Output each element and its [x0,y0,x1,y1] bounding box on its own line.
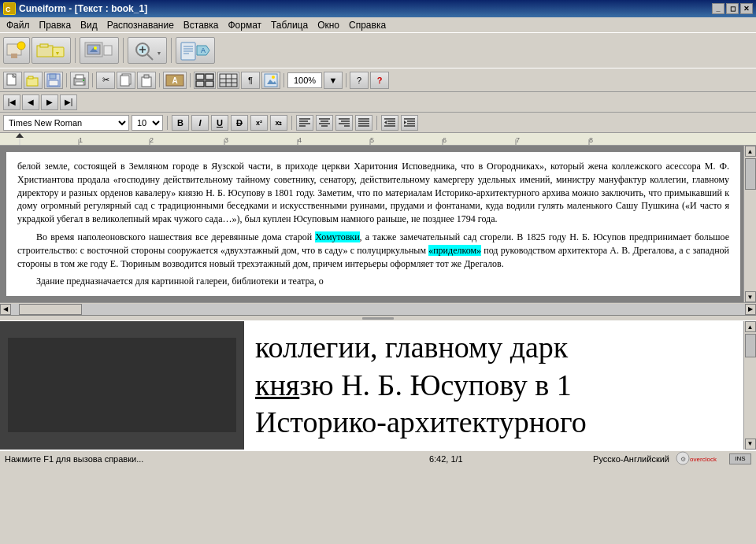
first-page-button[interactable]: |◀ [3,94,20,110]
preview-scroll-up[interactable]: ▲ [745,321,756,332]
svg-point-3 [17,42,25,50]
preview-scroll-thumb[interactable] [745,334,756,357]
bold-button[interactable]: B [172,115,189,131]
main-toolbar-area: ▼ ▼ ▼ [0,33,756,92]
scroll-down-button[interactable]: ▼ [745,291,756,302]
document-content[interactable]: белой земле, состоящей в Земляном городе… [6,152,740,296]
new-scan-button[interactable] [3,37,30,64]
svg-text:8: 8 [589,136,593,144]
pane-splitter[interactable] [0,315,756,321]
recognize-button[interactable]: A [176,37,215,64]
indent-increase-button[interactable] [401,115,418,131]
menu-view[interactable]: Вид [76,18,102,32]
italic-button[interactable]: I [191,115,209,131]
subscript-button[interactable]: x₂ [270,115,287,131]
scroll-up-button[interactable]: ▲ [745,146,756,157]
highlight-khomutovki: Хомутовки [315,231,359,242]
next-page-button[interactable]: ▶ [41,94,58,110]
menu-format[interactable]: Формат [223,18,266,32]
menu-edit[interactable]: Правка [35,18,76,32]
scroll-thumb[interactable] [745,158,756,190]
minimize-button[interactable]: _ [712,3,724,14]
menu-help[interactable]: Справка [344,18,391,32]
underline-button[interactable]: U [211,115,228,131]
main-toolbar: ▼ ▼ ▼ [0,33,756,68]
toolbar-separator3 [171,38,172,63]
align-justify-button[interactable] [355,115,372,131]
doc-vertical-scrollbar: ▲ ▼ [743,146,756,302]
preview-scroll-down[interactable]: ▼ [745,439,756,450]
menu-window[interactable]: Окно [313,18,344,32]
save-button[interactable] [44,72,63,89]
blocks-button[interactable] [194,72,216,89]
status-language: Русско-Английский [593,454,669,464]
zoom-button[interactable]: ▼ [128,37,167,64]
zoom-input[interactable]: 100% [287,72,322,88]
prev-page-button[interactable]: ◀ [22,94,39,110]
svg-text:▼: ▼ [157,50,162,56]
sep5 [284,73,284,87]
svg-text:A: A [172,76,177,85]
title-bar: C Cuneiform - [Текст : book_1] _ ◻ ✕ [0,0,756,17]
sep3 [159,73,160,87]
splitter-handle [362,317,394,320]
last-page-button[interactable]: ▶| [60,94,77,110]
menu-bar: Файл Правка Вид Распознавание Вставка Фо… [0,17,756,33]
ocr-button[interactable]: A [163,72,187,89]
cut-button[interactable]: ✂ [96,72,115,89]
preview-scrollbar: ▲ ▼ [743,321,756,450]
indent-decrease-button[interactable] [381,115,398,131]
fmt-separator [167,116,168,130]
status-logo: ⚙ overclock [676,451,723,467]
image2-button[interactable] [261,72,280,89]
align-left-button[interactable] [296,115,313,131]
open-file-button[interactable] [24,72,43,89]
hscroll-track [11,304,745,315]
menu-file[interactable]: Файл [2,18,35,32]
zoom-dropdown-button[interactable]: ▼ [324,72,343,89]
svg-rect-30 [28,76,33,79]
align-center-button[interactable] [316,115,333,131]
paragraph-button[interactable]: ¶ [241,72,260,89]
superscript-button[interactable]: x² [250,115,268,131]
open-button[interactable]: ▼ [32,37,71,64]
navigation-toolbar: |◀ ◀ ▶ ▶| [0,92,756,113]
svg-point-55 [272,76,275,79]
copy-button[interactable] [117,72,135,89]
svg-rect-47 [206,81,213,87]
svg-line-17 [147,54,153,60]
edit-toolbar: ✂ A ¶ 100% ▼ ? ? [0,68,756,91]
svg-point-12 [94,46,97,50]
fmt-separator3 [376,116,377,130]
help-button[interactable]: ? [350,72,369,89]
svg-rect-44 [196,74,204,80]
scroll-left-button[interactable]: ◀ [0,304,11,315]
strikethrough-button[interactable]: D [231,115,248,131]
image-button[interactable]: ▼ [80,37,119,64]
close-button[interactable]: ✕ [740,3,753,14]
help2-button[interactable]: ? [370,72,389,89]
print-button[interactable] [70,72,89,89]
font-size-select[interactable]: 10 [132,115,163,131]
hscroll-thumb[interactable] [19,304,82,315]
table-button[interactable] [217,72,239,89]
svg-text:4: 4 [298,136,302,144]
svg-text:7: 7 [516,136,520,144]
paragraph3: Здание предназначается для картинной гал… [17,275,729,288]
status-bar: Нажмите F1 для вызова справки... 6:42, 1… [0,450,756,467]
scroll-right-button[interactable]: ▶ [745,304,756,315]
new-file-button[interactable] [3,72,22,89]
svg-rect-33 [49,80,58,86]
menu-recognize[interactable]: Распознавание [102,18,179,32]
fmt-separator2 [291,116,292,130]
paste-button[interactable] [137,72,156,89]
svg-rect-48 [220,74,237,87]
menu-table[interactable]: Таблица [266,18,313,32]
menu-insert[interactable]: Вставка [179,18,224,32]
svg-text:2: 2 [150,136,154,144]
align-right-button[interactable] [335,115,353,131]
svg-rect-35 [76,75,83,79]
restore-button[interactable]: ◻ [726,3,739,14]
svg-rect-36 [76,82,83,85]
font-name-select[interactable]: Times New Roman [3,115,129,131]
